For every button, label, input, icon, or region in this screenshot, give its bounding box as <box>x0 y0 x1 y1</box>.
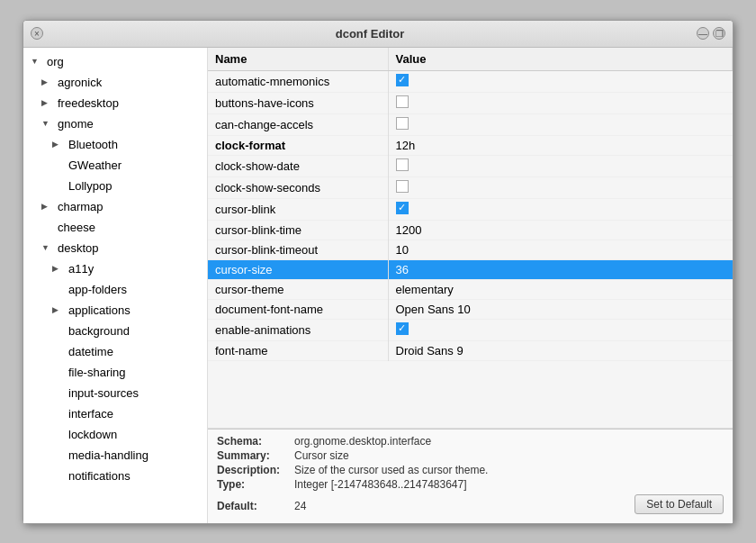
checkbox-checked-icon[interactable] <box>396 322 409 335</box>
sidebar-item-label: charmap <box>54 198 207 215</box>
col-name: Name <box>208 48 388 71</box>
sidebar-item-app-folders[interactable]: app-folders <box>23 279 207 300</box>
checkbox-unchecked-icon[interactable] <box>396 180 409 193</box>
sidebar-item-label: datetime <box>65 343 207 360</box>
table-row[interactable]: clock-show-seconds <box>208 176 733 198</box>
set-default-button[interactable]: Set to Default <box>634 494 724 514</box>
row-value: Open Sans 10 <box>388 299 733 319</box>
row-name: cursor-blink <box>208 198 388 220</box>
row-value: elementary <box>388 279 733 299</box>
arrow-icon <box>52 264 63 273</box>
sidebar-item-label: background <box>65 322 207 339</box>
checkbox-unchecked-icon[interactable] <box>396 117 409 130</box>
sidebar-item-org[interactable]: org <box>23 51 207 72</box>
table-row[interactable]: automatic-mnemonics <box>208 70 733 92</box>
sidebar-item-label: cheese <box>54 219 207 236</box>
schema-row: Schema: org.gnome.desktop.interface <box>217 435 724 448</box>
row-name: clock-format <box>208 135 388 155</box>
arrow-icon <box>41 77 52 86</box>
summary-row: Summary: Cursor size <box>217 449 724 462</box>
table-row[interactable]: can-change-accels <box>208 113 733 135</box>
sidebar-item-label: Lollypop <box>65 177 207 195</box>
table-row[interactable]: clock-format 12h <box>208 135 733 155</box>
restore-button[interactable]: ❐ <box>713 27 725 40</box>
arrow-icon <box>41 202 52 211</box>
checkbox-unchecked-icon[interactable] <box>396 158 409 171</box>
sidebar-item-media-handling[interactable]: media-handling <box>23 445 207 466</box>
row-value <box>388 92 733 113</box>
table-row[interactable]: document-font-name Open Sans 10 <box>208 299 733 319</box>
sidebar-item-notifications[interactable]: notifications <box>23 466 207 486</box>
row-value <box>388 155 733 176</box>
row-value: 1200 <box>388 220 733 240</box>
sidebar-item-lollypop[interactable]: Lollypop <box>23 176 207 196</box>
row-name: clock-show-date <box>208 155 388 176</box>
content-area: org agronick freedesktop <box>23 48 733 523</box>
sidebar-item-datetime[interactable]: datetime <box>23 341 207 362</box>
close-button[interactable]: × <box>31 27 43 40</box>
sidebar-item-bluetooth[interactable]: Bluetooth <box>23 134 207 155</box>
sidebar-item-gnome[interactable]: gnome <box>23 113 207 134</box>
sidebar-item-background[interactable]: background <box>23 321 207 341</box>
checkbox-unchecked-icon[interactable] <box>396 95 409 108</box>
row-name: font-name <box>208 340 388 360</box>
sidebar-item-label: app-folders <box>65 281 207 298</box>
row-value <box>388 176 733 198</box>
sidebar-item-gweather[interactable]: GWeather <box>23 155 207 176</box>
sidebar-item-label: media-handling <box>65 447 207 464</box>
sidebar: org agronick freedesktop <box>23 48 208 523</box>
sidebar-item-input-sources[interactable]: input-sources <box>23 383 207 403</box>
window-title: dconf Editor <box>43 27 697 41</box>
sidebar-item-a11y[interactable]: a11y <box>23 258 207 279</box>
sidebar-item-applications[interactable]: applications <box>23 300 207 321</box>
row-value: Droid Sans 9 <box>388 340 733 360</box>
sidebar-item-charmap[interactable]: charmap <box>23 196 207 217</box>
row-value <box>388 319 733 340</box>
arrow-icon <box>31 57 41 66</box>
sidebar-item-agronick[interactable]: agronick <box>23 72 207 93</box>
sidebar-item-freedesktop[interactable]: freedesktop <box>23 93 207 113</box>
type-value: Integer [-2147483648..2147483647] <box>294 478 467 491</box>
row-value: 10 <box>388 240 733 259</box>
settings-table: Name Value automatic-mnemonics buttons-h… <box>208 48 733 361</box>
sidebar-item-label: gnome <box>54 115 207 132</box>
sidebar-item-interface[interactable]: interface <box>23 403 207 424</box>
arrow-icon <box>52 305 63 314</box>
info-bottom: Default: 24 Set to Default <box>217 494 724 514</box>
minimize-button[interactable]: — <box>697 27 709 40</box>
summary-value: Cursor size <box>294 449 349 462</box>
table-row[interactable]: cursor-blink-time 1200 <box>208 220 733 240</box>
table-row[interactable]: buttons-have-icons <box>208 92 733 113</box>
description-label: Description: <box>217 464 289 476</box>
row-name: cursor-blink-timeout <box>208 240 388 259</box>
row-name: cursor-size <box>208 259 388 279</box>
checkbox-checked-icon[interactable] <box>396 202 409 214</box>
arrow-icon <box>41 243 52 252</box>
sidebar-item-label: GWeather <box>65 157 207 174</box>
sidebar-item-label: org <box>43 53 207 70</box>
row-value <box>388 70 733 92</box>
table-area: Name Value automatic-mnemonics buttons-h… <box>208 48 733 429</box>
col-value: Value <box>388 48 733 71</box>
row-name: document-font-name <box>208 299 388 319</box>
sidebar-item-file-sharing[interactable]: file-sharing <box>23 362 207 383</box>
table-row-selected[interactable]: cursor-size 36 <box>208 259 733 279</box>
schema-label: Schema: <box>217 435 289 448</box>
sidebar-item-desktop[interactable]: desktop <box>23 238 207 258</box>
checkbox-checked-icon[interactable] <box>396 74 409 86</box>
table-row[interactable]: font-name Droid Sans 9 <box>208 340 733 360</box>
sidebar-item-lockdown[interactable]: lockdown <box>23 424 207 445</box>
table-row[interactable]: enable-animations <box>208 319 733 340</box>
main-content: Name Value automatic-mnemonics buttons-h… <box>208 48 733 523</box>
table-row[interactable]: cursor-blink <box>208 198 733 220</box>
table-row[interactable]: cursor-theme elementary <box>208 279 733 299</box>
default-label: Default: <box>217 500 289 512</box>
table-row[interactable]: cursor-blink-timeout 10 <box>208 240 733 259</box>
row-value <box>388 113 733 135</box>
sidebar-item-label: agronick <box>54 74 207 91</box>
table-row[interactable]: clock-show-date <box>208 155 733 176</box>
row-name: buttons-have-icons <box>208 92 388 113</box>
sidebar-item-cheese[interactable]: cheese <box>23 217 207 238</box>
arrow-icon <box>41 98 52 107</box>
description-value: Size of the cursor used as cursor theme. <box>294 464 488 476</box>
